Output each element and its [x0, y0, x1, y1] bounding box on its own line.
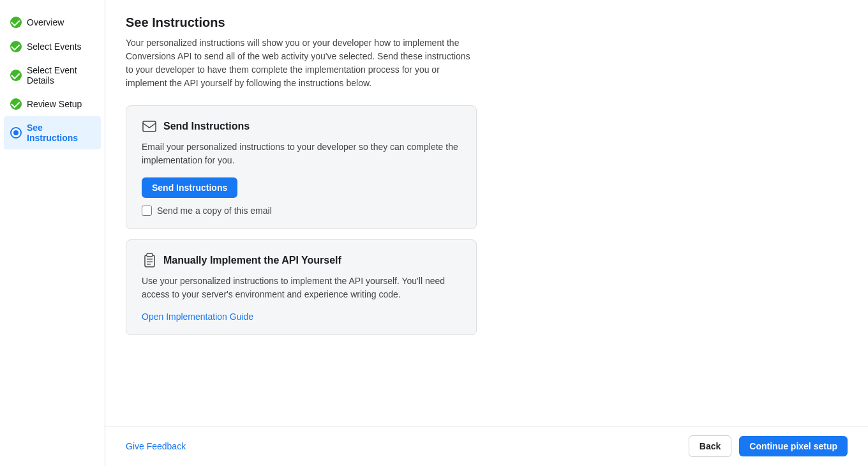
page-description: Your personalized instructions will show… — [126, 36, 477, 90]
clipboard-icon — [142, 253, 157, 268]
sidebar-item-see-instructions[interactable]: See Instructions — [4, 116, 101, 149]
footer: Give Feedback Back Continue pixel setup — [105, 426, 868, 466]
email-icon — [142, 119, 157, 134]
send-copy-label: Send me a copy of this email — [157, 206, 272, 216]
send-copy-checkbox[interactable] — [142, 206, 152, 216]
sidebar-item-label: Select Event Details — [27, 65, 94, 86]
circle-active-icon — [10, 127, 22, 139]
page-title: See Instructions — [126, 15, 848, 30]
svg-rect-0 — [143, 121, 156, 132]
svg-rect-1 — [145, 255, 154, 267]
copy-checkbox-row: Send me a copy of this email — [142, 206, 461, 216]
card-header: Send Instructions — [142, 119, 461, 134]
sidebar-item-select-events[interactable]: Select Events — [0, 34, 105, 59]
card-header: Manually Implement the API Yourself — [142, 253, 461, 268]
send-instructions-card: Send Instructions Email your personalize… — [126, 105, 477, 229]
send-instructions-button[interactable]: Send Instructions — [142, 177, 237, 198]
give-feedback-link[interactable]: Give Feedback — [126, 441, 186, 451]
sidebar: Overview Select Events Select Event Deta… — [0, 0, 105, 466]
sidebar-item-review-setup[interactable]: Review Setup — [0, 92, 105, 116]
sidebar-item-overview[interactable]: Overview — [0, 10, 105, 34]
svg-rect-2 — [147, 253, 153, 257]
sidebar-item-label: See Instructions — [27, 123, 94, 143]
sidebar-item-label: Overview — [27, 17, 64, 27]
check-icon — [10, 98, 22, 110]
send-instructions-title: Send Instructions — [163, 121, 250, 132]
manually-implement-title: Manually Implement the API Yourself — [163, 255, 341, 266]
check-icon — [10, 41, 22, 52]
check-icon — [10, 17, 22, 28]
open-implementation-guide-link[interactable]: Open Implementation Guide — [142, 312, 253, 322]
main-content: See Instructions Your personalized instr… — [105, 0, 868, 426]
sidebar-item-label: Select Events — [27, 41, 82, 52]
send-instructions-description: Email your personalized instructions to … — [142, 140, 461, 167]
back-button[interactable]: Back — [689, 435, 731, 457]
sidebar-item-select-event-details[interactable]: Select Event Details — [0, 59, 105, 92]
manually-implement-description: Use your personalized instructions to im… — [142, 274, 461, 301]
check-icon — [10, 70, 22, 81]
footer-actions: Back Continue pixel setup — [689, 435, 848, 457]
continue-button[interactable]: Continue pixel setup — [739, 436, 848, 456]
sidebar-item-label: Review Setup — [27, 99, 82, 109]
manually-implement-card: Manually Implement the API Yourself Use … — [126, 239, 477, 335]
